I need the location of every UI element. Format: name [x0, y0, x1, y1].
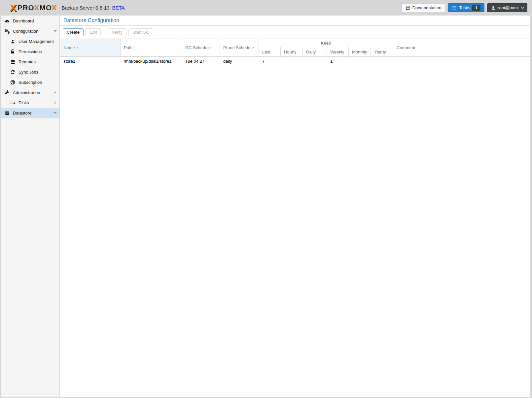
row-cell-prune-schedule: daily	[220, 59, 259, 64]
column-header-path[interactable]: Path	[121, 39, 182, 56]
column-group-keep: Keep Last Hourly Daily Weekly	[259, 39, 393, 56]
column-header-comment-label: Comment	[397, 45, 415, 50]
chevron-down-icon[interactable]	[53, 112, 57, 114]
row-cell-name: store1	[60, 59, 121, 64]
column-header-comment[interactable]: Comment	[393, 39, 530, 56]
grid-toolbar: Create Edit Verify Start GC	[60, 26, 530, 39]
chevron-right-icon[interactable]	[54, 101, 56, 105]
sidebar-item-administration[interactable]: Administration	[1, 87, 59, 98]
keep-weekly-label: Weekly	[330, 50, 344, 54]
archive-icon	[4, 111, 10, 116]
row-cell-gc-schedule: Tue 04:27	[182, 59, 220, 64]
sidebar-item-label: Dashboard	[13, 18, 57, 23]
page-title: Datastore Configuration	[63, 17, 119, 23]
sidebar-item-user-management[interactable]: User Management	[1, 36, 59, 47]
sidebar-item-label: Subscription	[18, 80, 57, 85]
user-menu-label: root@pam	[498, 5, 518, 10]
tasks-count-badge: 1	[472, 5, 480, 11]
proxmox-logo-mark: X	[10, 3, 17, 13]
sidebar-item-remotes[interactable]: Remotes	[1, 57, 59, 67]
column-header-prune-label: Prune Schedule	[223, 45, 254, 50]
create-button[interactable]: Create	[63, 28, 84, 36]
tasks-button[interactable]: Tasks 1	[448, 3, 484, 12]
documentation-button-label: Documentation	[412, 5, 441, 10]
sidebar-item-permissions[interactable]: Permissions	[1, 47, 59, 57]
logo-part: MO	[39, 4, 52, 12]
server-icon	[10, 59, 16, 65]
panel-titlebar: Datastore Configuration	[60, 16, 530, 26]
chevron-down-icon[interactable]	[53, 92, 57, 93]
row-cell-keep-weekly: 1	[327, 59, 349, 64]
user-icon	[491, 6, 495, 10]
keep-subcolumns: Last Hourly Daily Weekly Monthly	[259, 47, 393, 56]
sidebar-nav: Dashboard Configuration User Management …	[1, 16, 59, 397]
start-gc-button[interactable]: Start GC	[128, 28, 153, 36]
sidebar-item-label: Remotes	[18, 59, 57, 64]
row-cell-keep-last: 7	[259, 59, 281, 64]
unlock-icon	[10, 49, 16, 54]
wrench-icon	[4, 90, 10, 95]
logo-part: X	[34, 4, 40, 12]
table-row[interactable]: store1 /mnt/backup/disk1/store1 Tue 04:2…	[60, 57, 530, 66]
top-actions: Documentation Tasks 1 root@pam	[402, 3, 527, 12]
keep-monthly-label: Monthly	[352, 50, 367, 54]
sidebar-item-label: Disks	[18, 100, 54, 105]
main-panel: Datastore Configuration Create Edit Veri…	[60, 16, 530, 397]
user-icon	[10, 39, 16, 44]
proxmox-logo: X PROXMOX	[10, 3, 57, 13]
verify-button[interactable]: Verify	[108, 28, 126, 36]
column-header-name[interactable]: Name ↑	[60, 39, 121, 56]
sort-ascending-icon: ↑	[77, 45, 79, 50]
sidebar-item-configuration[interactable]: Configuration	[1, 26, 59, 36]
column-header-keep-yearly[interactable]: Yearly	[371, 47, 393, 56]
sidebar-item-disks[interactable]: Disks	[1, 98, 59, 108]
column-header-name-label: Name	[63, 45, 75, 50]
book-icon	[406, 6, 410, 10]
column-header-gc-label: GC Schedule	[185, 45, 211, 50]
chevron-down-icon	[521, 6, 524, 9]
column-header-keep-last[interactable]: Last	[259, 47, 281, 56]
sidebar-item-label: Configuration	[13, 29, 53, 34]
support-icon	[10, 80, 16, 85]
keep-last-label: Last	[262, 50, 270, 54]
brand-area: X PROXMOX Backup Server 0.8-13 BETA	[10, 3, 125, 13]
sidebar-item-subscription[interactable]: Subscription	[1, 77, 59, 87]
tachometer-icon	[4, 18, 10, 24]
sidebar-item-label: Sync Jobs	[18, 70, 57, 75]
sidebar-item-label: User Management	[18, 39, 57, 44]
sync-icon	[10, 70, 16, 75]
cogs-icon	[4, 29, 10, 34]
keep-yearly-label: Yearly	[374, 50, 386, 54]
sidebar-item-label: Administration	[13, 90, 53, 95]
sidebar-item-datastore[interactable]: Datastore	[1, 108, 59, 118]
column-header-gc-schedule[interactable]: GC Schedule	[182, 39, 220, 56]
user-menu-button[interactable]: root@pam	[487, 3, 527, 12]
sidebar-item-label: Permissions	[18, 49, 57, 54]
task-list-icon	[452, 6, 457, 10]
hdd-icon	[10, 100, 16, 106]
column-header-keep-daily[interactable]: Daily	[303, 47, 327, 56]
chevron-down-icon[interactable]	[53, 30, 57, 32]
column-header-keep-hourly[interactable]: Hourly	[281, 47, 303, 56]
column-header-prune-schedule[interactable]: Prune Schedule	[220, 39, 259, 56]
sidebar-item-label: Datastore	[13, 111, 53, 116]
sidebar-item-dashboard[interactable]: Dashboard	[1, 16, 59, 26]
column-header-keep-weekly[interactable]: Weekly	[327, 47, 349, 56]
column-header-keep-monthly[interactable]: Monthly	[349, 47, 371, 56]
toolbar-separator	[104, 30, 104, 35]
grid-header: Name ↑ Path GC Schedule Prune Schedule K…	[60, 39, 530, 57]
app-body: Dashboard Configuration User Management …	[1, 16, 530, 397]
top-header: X PROXMOX Backup Server 0.8-13 BETA Docu…	[0, 0, 532, 16]
edit-button[interactable]: Edit	[86, 28, 101, 36]
sidebar-item-sync-jobs[interactable]: Sync Jobs	[1, 67, 59, 77]
row-cell-path: /mnt/backup/disk1/store1	[121, 59, 182, 64]
product-version-label: Backup Server 0.8-13	[62, 5, 110, 11]
keep-hourly-label: Hourly	[284, 50, 297, 54]
tasks-button-label: Tasks	[459, 5, 470, 10]
proxmox-logo-word: PROXMOX	[18, 4, 57, 12]
column-header-path-label: Path	[124, 45, 133, 50]
datastore-grid: Name ↑ Path GC Schedule Prune Schedule K…	[60, 39, 530, 397]
documentation-button[interactable]: Documentation	[402, 3, 445, 12]
column-group-keep-label: Keep	[259, 39, 393, 47]
beta-link[interactable]: BETA	[112, 5, 125, 11]
